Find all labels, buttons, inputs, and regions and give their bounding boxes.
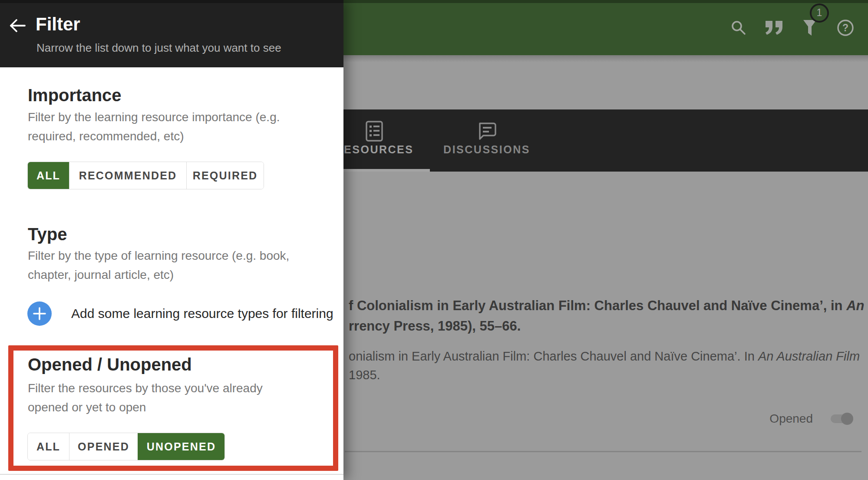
opened-toggle[interactable] xyxy=(831,413,853,425)
filter-badge: 1 xyxy=(810,3,829,23)
filter-funnel-icon[interactable]: 1 xyxy=(800,18,819,37)
opened-unopened-description: Filter the resources by those you've alr… xyxy=(28,379,301,417)
citation-bold-line1-italic: An xyxy=(846,298,864,313)
add-resource-types-label: Add some learning resource types for fil… xyxy=(71,306,333,321)
opened-toggle-thumb xyxy=(841,413,853,425)
back-arrow-icon[interactable] xyxy=(8,17,28,35)
panel-section-divider xyxy=(0,474,343,475)
svg-text:?: ? xyxy=(842,22,848,33)
filter-panel-title: Filter xyxy=(36,14,80,35)
plus-icon xyxy=(27,301,52,326)
filter-panel: Filter Narrow the list down to just what… xyxy=(0,0,343,480)
citations-icon[interactable] xyxy=(765,18,784,37)
type-heading: Type xyxy=(28,225,67,244)
list-item-divider xyxy=(345,451,861,452)
importance-heading: Importance xyxy=(28,86,122,105)
add-resource-types-button[interactable]: Add some learning resource types for fil… xyxy=(27,301,333,326)
active-tab-indicator xyxy=(331,169,430,172)
help-icon[interactable]: ? xyxy=(836,18,855,37)
tab-discussions-label: DISCUSSIONS xyxy=(443,143,530,156)
citation-regular-line1-italic: An Australian Film xyxy=(758,349,860,363)
importance-option-all[interactable]: ALL xyxy=(28,162,69,189)
importance-description: Filter by the learning resource importan… xyxy=(28,108,301,146)
opened-option-all[interactable]: ALL xyxy=(28,433,69,460)
importance-option-recommended[interactable]: RECOMMENDED xyxy=(69,162,186,189)
opened-unopened-button-group: ALL OPENED UNOPENED xyxy=(27,433,225,460)
opened-toggle-label: Opened xyxy=(769,412,813,426)
app-canvas: 1 ? RESOURCES xyxy=(0,0,868,480)
tab-discussions[interactable]: DISCUSSIONS xyxy=(435,109,539,172)
search-icon[interactable] xyxy=(729,18,748,37)
tab-resources-label: RESOURCES xyxy=(335,143,414,156)
citation-bold-line1-text: f Colonialism in Early Australian Film: … xyxy=(349,298,846,313)
importance-option-required[interactable]: REQUIRED xyxy=(186,162,264,189)
citation-regular-line1-text: onialism in Early Australian Film: Charl… xyxy=(349,349,758,363)
resource-list-icon xyxy=(365,119,383,143)
opened-unopened-heading: Opened / Unopened xyxy=(28,355,192,374)
citation-bold-line1: f Colonialism in Early Australian Film: … xyxy=(349,298,864,314)
importance-button-group: ALL RECOMMENDED REQUIRED xyxy=(27,162,264,189)
opened-option-unopened[interactable]: UNOPENED xyxy=(138,433,224,460)
citation-bold-line2: rrency Press, 1985), 55–66. xyxy=(349,318,521,334)
citation-regular-line1: onialism in Early Australian Film: Charl… xyxy=(349,349,860,364)
filter-panel-subtitle: Narrow the list down to just what you wa… xyxy=(36,41,281,55)
citation-regular-line2: 1985. xyxy=(349,368,380,382)
type-description: Filter by the type of learning resource … xyxy=(28,246,301,285)
chat-bubble-icon xyxy=(476,119,497,143)
filter-panel-header: Filter Narrow the list down to just what… xyxy=(0,0,343,67)
screen-top-edge xyxy=(0,0,868,3)
app-header-icons: 1 ? xyxy=(729,0,855,55)
opened-option-opened[interactable]: OPENED xyxy=(69,433,138,460)
